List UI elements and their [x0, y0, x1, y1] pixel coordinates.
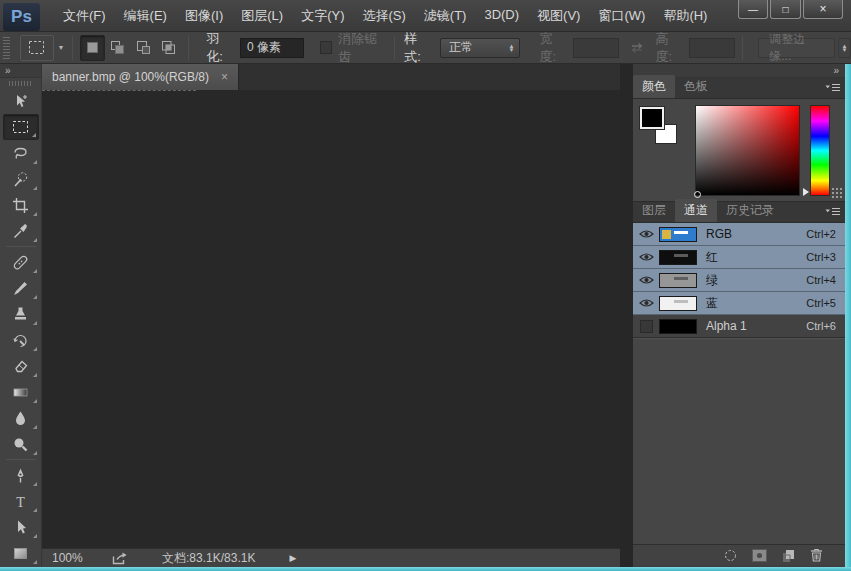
visibility-eye-icon[interactable] [633, 275, 659, 285]
tool-preset-picker[interactable]: ▼ [20, 35, 65, 61]
menu-3d[interactable]: 3D(D) [475, 1, 528, 31]
spot-healing-brush-tool[interactable] [3, 249, 39, 275]
brush-tool[interactable] [3, 275, 39, 301]
menu-select[interactable]: 选择(S) [353, 1, 414, 31]
foreground-color-swatch[interactable] [640, 107, 664, 129]
menu-file[interactable]: 文件(F) [54, 1, 115, 31]
dodge-tool[interactable] [3, 431, 39, 457]
tab-swatches[interactable]: 色板 [675, 75, 717, 98]
new-selection-button[interactable] [80, 35, 105, 61]
tab-close-icon[interactable]: × [221, 70, 228, 84]
saturation-brightness-box[interactable] [695, 105, 800, 196]
canvas[interactable] [42, 90, 620, 548]
channel-row-green[interactable]: 绿 Ctrl+4 [633, 269, 845, 292]
load-channel-as-selection-icon[interactable] [724, 549, 737, 562]
hue-slider-marker[interactable] [803, 188, 809, 196]
add-to-selection-button[interactable] [105, 35, 130, 61]
height-input[interactable] [689, 38, 735, 58]
menu-view[interactable]: 视图(V) [528, 1, 589, 31]
save-selection-as-channel-icon[interactable] [752, 549, 767, 562]
add-selection-icon [110, 40, 125, 55]
antialias-label: 消除锯齿 [338, 30, 387, 66]
rectangular-marquee-tool[interactable] [3, 114, 39, 140]
toolbox-collapse-chevron[interactable]: » [0, 64, 41, 78]
width-input[interactable] [573, 38, 619, 58]
panel-menu-icon[interactable] [825, 83, 841, 93]
minimize-button[interactable]: — [738, 0, 768, 19]
flyout-indicator [33, 399, 37, 403]
tool-separator [6, 246, 36, 247]
eraser-tool[interactable] [3, 353, 39, 379]
channel-row-red[interactable]: 红 Ctrl+3 [633, 246, 845, 269]
chevron-down-icon: ▼ [58, 44, 65, 51]
flyout-indicator [33, 373, 37, 377]
channel-row-blue[interactable]: 蓝 Ctrl+5 [633, 292, 845, 315]
menu-window[interactable]: 窗口(W) [589, 1, 654, 31]
selection-marching-ants [42, 90, 196, 95]
separator [742, 36, 743, 60]
delete-channel-icon[interactable] [810, 548, 823, 562]
eyedropper-tool[interactable] [3, 218, 39, 244]
menu-layer[interactable]: 图层(L) [232, 1, 292, 31]
marquee-preset-icon [20, 35, 54, 61]
tab-layers[interactable]: 图层 [633, 199, 675, 222]
visibility-eye-icon[interactable] [633, 298, 659, 308]
document-area: banner.bmp @ 100%(RGB/8) × 100% 文档:83.1K… [42, 64, 620, 567]
options-grip[interactable] [3, 37, 10, 59]
menu-type[interactable]: 文字(Y) [292, 1, 353, 31]
new-channel-icon[interactable] [782, 549, 795, 562]
flyout-indicator [33, 482, 37, 486]
status-arrow-icon[interactable]: ▶ [289, 553, 296, 563]
maximize-button[interactable]: □ [770, 0, 801, 19]
window-border-right [845, 64, 851, 571]
feather-input[interactable] [240, 38, 304, 58]
crop-tool[interactable] [3, 192, 39, 218]
visibility-checkbox-empty[interactable] [633, 320, 659, 333]
intersect-selection-button[interactable] [156, 35, 181, 61]
style-dropdown[interactable]: 正常 ▲▼ [440, 38, 520, 58]
flyout-indicator [33, 425, 37, 429]
menu-help[interactable]: 帮助(H) [654, 1, 716, 31]
pen-tool[interactable] [3, 462, 39, 488]
tab-history[interactable]: 历史记录 [717, 199, 783, 222]
panel-resize-grip[interactable] [831, 187, 843, 199]
toolbox-grip[interactable] [9, 81, 33, 86]
menu-filter[interactable]: 滤镜(T) [415, 1, 476, 31]
subtract-from-selection-button[interactable] [130, 35, 155, 61]
close-button[interactable]: × [803, 0, 843, 19]
move-tool[interactable] [3, 88, 39, 114]
tab-color[interactable]: 颜色 [633, 75, 675, 98]
zoom-level-field[interactable]: 100% [52, 551, 102, 565]
hue-ramp[interactable] [810, 105, 830, 196]
title-bar: Ps 文件(F) 编辑(E) 图像(I) 图层(L) 文字(Y) 选择(S) 滤… [0, 0, 851, 32]
type-tool[interactable]: T [3, 488, 39, 514]
document-size-info[interactable]: 文档:83.1K/83.1K [162, 550, 255, 567]
document-tab[interactable]: banner.bmp @ 100%(RGB/8) × [42, 64, 239, 90]
flyout-indicator [33, 508, 37, 512]
quick-selection-tool[interactable] [3, 166, 39, 192]
export-icon[interactable] [112, 552, 128, 565]
path-selection-tool[interactable] [3, 514, 39, 540]
menu-image[interactable]: 图像(I) [176, 1, 232, 31]
swap-dimensions-icon[interactable] [629, 42, 645, 54]
refine-edge-spinner[interactable]: ▲▼ [838, 38, 851, 58]
window-border-bottom [0, 567, 851, 571]
channel-list: RGB Ctrl+2 红 Ctrl+3 绿 Ctrl+4 [633, 223, 845, 338]
history-brush-tool[interactable] [3, 327, 39, 353]
antialias-checkbox[interactable] [320, 41, 332, 54]
tab-channels[interactable]: 通道 [675, 199, 717, 222]
rectangle-tool[interactable] [3, 540, 39, 566]
channel-row-rgb[interactable]: RGB Ctrl+2 [633, 223, 845, 246]
blur-tool[interactable] [3, 405, 39, 431]
gradient-tool[interactable] [3, 379, 39, 405]
lasso-tool[interactable] [3, 140, 39, 166]
refine-edge-button[interactable]: 调整边缘... [758, 38, 835, 58]
workspace-gutter [620, 64, 633, 567]
menu-edit[interactable]: 编辑(E) [115, 1, 176, 31]
flyout-indicator [32, 133, 36, 137]
visibility-eye-icon[interactable] [633, 252, 659, 262]
panel-menu-icon[interactable] [825, 207, 841, 217]
visibility-eye-icon[interactable] [633, 229, 659, 239]
clone-stamp-tool[interactable] [3, 301, 39, 327]
channel-row-alpha1[interactable]: Alpha 1 Ctrl+6 [633, 315, 845, 338]
